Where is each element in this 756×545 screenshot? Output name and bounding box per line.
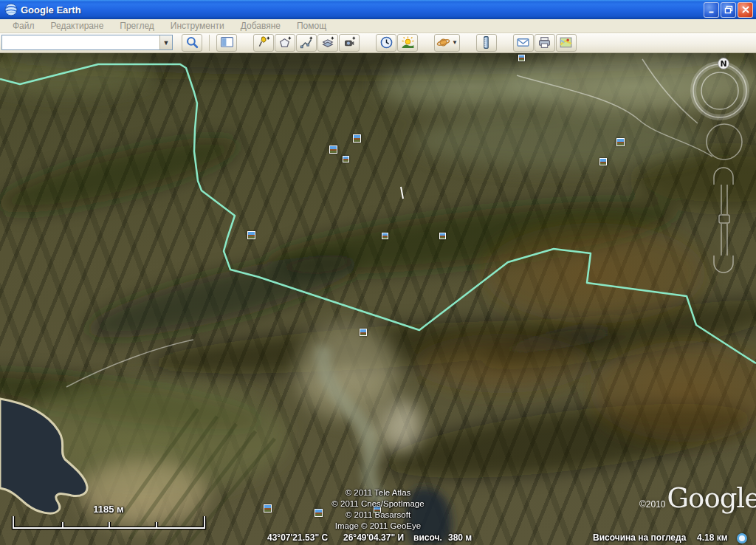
close-icon — [741, 5, 750, 14]
historical-imagery-icon — [379, 35, 394, 49]
search-icon — [185, 35, 199, 49]
photo-placemark[interactable] — [360, 329, 367, 336]
historical-imagery-button[interactable] — [376, 34, 396, 52]
status-eye-altitude-label: Височина на погледа — [593, 532, 686, 543]
add-placemark-icon — [257, 35, 271, 49]
menu-bar: ФайлРедактиранеПрегледИнструментиДобавян… — [0, 19, 756, 33]
sky-button[interactable]: ▼ — [434, 34, 460, 52]
status-latitude: 43°07'21.53" С — [267, 532, 328, 543]
watermark-year: ©2010 — [639, 499, 666, 510]
zoom-slider-handle[interactable] — [719, 215, 729, 223]
compass-north-label: N — [720, 59, 726, 69]
add-path-button[interactable] — [296, 34, 317, 52]
email-icon — [516, 35, 530, 49]
photo-placemark[interactable] — [599, 158, 607, 165]
photo-placemark[interactable] — [382, 233, 388, 239]
status-elevation-value: 380 м — [448, 532, 472, 543]
menu-item-4[interactable]: Добавяне — [233, 20, 289, 32]
search-input[interactable] — [2, 35, 159, 49]
status-elevation-label: височ. — [413, 532, 442, 543]
satellite-imagery: N — [0, 53, 756, 545]
ruler-button[interactable] — [476, 34, 497, 52]
copyright-line: © 2011 Tele Atlas — [286, 487, 470, 498]
sidebar-toggle-icon — [220, 35, 234, 49]
add-image-overlay-icon — [321, 35, 335, 49]
add-image-overlay-button[interactable] — [317, 34, 338, 52]
record-tour-icon — [343, 35, 357, 49]
scale-bar-label: 1185 м — [72, 504, 145, 515]
view-in-maps-button[interactable] — [556, 34, 577, 52]
compass-north-badge[interactable]: N — [718, 58, 729, 69]
photo-placemark[interactable] — [353, 134, 361, 143]
google-earth-globe-icon — [4, 3, 18, 16]
copyright-line: © 2011 Cnes/SpotImage — [286, 498, 470, 510]
photo-placemark[interactable] — [329, 145, 337, 154]
map-viewport[interactable]: N 1185 м © 2011 Tele Atlas© 2011 Cnes/Sp… — [0, 53, 756, 545]
sunlight-icon — [401, 35, 415, 49]
photo-placemark[interactable] — [616, 138, 625, 146]
photo-placemark[interactable] — [264, 504, 272, 513]
add-placemark-button[interactable] — [253, 34, 274, 52]
menu-item-0[interactable]: Файл — [4, 20, 43, 32]
add-path-icon — [300, 35, 314, 49]
copyright-line: Image © 2011 GeoEye — [286, 521, 470, 532]
google-logo: Google — [667, 484, 756, 513]
sidebar-toggle-button[interactable] — [216, 34, 237, 52]
print-icon — [537, 35, 551, 49]
search-button[interactable] — [182, 34, 202, 52]
streaming-progress-icon — [737, 533, 747, 544]
status-eye-altitude-value: 4.18 км — [697, 532, 728, 543]
photo-placemark[interactable] — [518, 55, 525, 61]
sunlight-button[interactable] — [397, 34, 418, 52]
google-earth-window: Google Earth ФайлРедактиранеПрегледИнстр… — [0, 0, 756, 545]
ruler-icon — [479, 35, 493, 49]
copyright-attribution: © 2011 Tele Atlas© 2011 Cnes/SpotImage© … — [286, 487, 470, 532]
menu-item-3[interactable]: Инструменти — [162, 20, 233, 32]
white-marker — [401, 187, 403, 199]
add-polygon-icon — [278, 35, 292, 49]
record-tour-button[interactable] — [339, 34, 360, 52]
google-watermark: ©2010 Google ™ — [639, 484, 756, 513]
minimize-button[interactable] — [704, 2, 719, 18]
add-polygon-button[interactable] — [275, 34, 295, 52]
chevron-down-icon: ▼ — [452, 39, 458, 46]
print-button[interactable] — [535, 34, 555, 52]
search-combobox: ▼ — [1, 35, 173, 50]
sky-planets-icon — [436, 35, 450, 49]
restore-icon — [724, 5, 733, 14]
photo-placemark[interactable] — [247, 231, 255, 239]
menu-item-2[interactable]: Преглед — [111, 20, 162, 32]
view-in-maps-icon — [559, 35, 573, 49]
copyright-line: © 2011 Basarsoft — [286, 510, 470, 521]
minimize-icon — [707, 5, 716, 14]
window-title: Google Earth — [21, 4, 704, 16]
menu-item-5[interactable]: Помощ — [289, 20, 334, 32]
search-dropdown-icon[interactable]: ▼ — [159, 35, 172, 49]
photo-placemark[interactable] — [439, 233, 446, 239]
photo-placemark[interactable] — [343, 156, 349, 162]
status-longitude: 26°49'04.37" И — [343, 532, 404, 543]
restore-button[interactable] — [721, 2, 736, 18]
close-button[interactable] — [738, 2, 753, 18]
toolbar: ▼ — [0, 33, 756, 53]
email-button[interactable] — [513, 34, 534, 52]
menu-item-1[interactable]: Редактиране — [43, 20, 112, 32]
title-bar: Google Earth — [0, 0, 756, 19]
